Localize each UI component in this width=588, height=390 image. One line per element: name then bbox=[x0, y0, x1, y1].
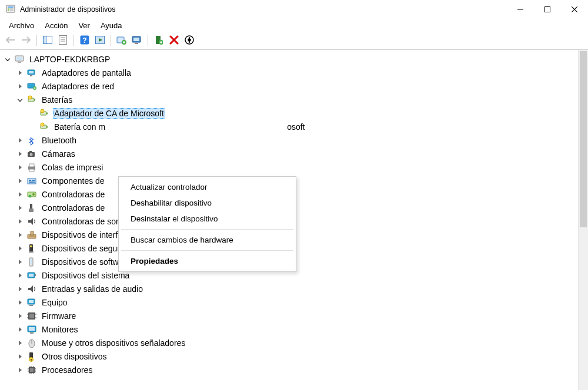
expand-toggle[interactable] bbox=[16, 204, 24, 212]
svg-rect-63 bbox=[30, 246, 32, 247]
expand-toggle[interactable] bbox=[16, 258, 24, 266]
tree-node[interactable]: Dispositivos del sistema bbox=[16, 268, 587, 282]
tree-node[interactable]: Componentes de bbox=[16, 174, 587, 187]
expand-toggle[interactable] bbox=[16, 217, 24, 226]
tree-node-label: Mouse y otros dispositivos señaladores bbox=[41, 338, 186, 348]
expand-toggle[interactable] bbox=[16, 177, 24, 185]
expand-toggle[interactable] bbox=[16, 150, 24, 158]
context-menu-item[interactable]: Deshabilitar dispositivo bbox=[120, 195, 295, 211]
expand-toggle[interactable] bbox=[16, 325, 24, 334]
tree-node-label-tail: osoft bbox=[286, 122, 306, 132]
tree-node-label: Monitores bbox=[41, 324, 79, 335]
show-hide-tree-button[interactable] bbox=[41, 33, 55, 48]
tree-node[interactable]: Procesadores bbox=[16, 363, 587, 376]
update-driver-icon bbox=[116, 35, 127, 46]
scan-hardware-button[interactable] bbox=[130, 33, 144, 48]
system-device-icon bbox=[26, 270, 37, 281]
expand-toggle[interactable] bbox=[16, 271, 24, 280]
menu-bar: Archivo Acción Ver Ayuda bbox=[0, 19, 588, 32]
expand-toggle[interactable] bbox=[16, 163, 24, 172]
chevron-right-icon bbox=[19, 219, 22, 224]
expand-toggle[interactable] bbox=[16, 136, 24, 144]
menu-archivo[interactable]: Archivo bbox=[4, 20, 39, 31]
svg-marker-25 bbox=[188, 38, 191, 42]
tree-node-label: Dispositivos del sistema bbox=[41, 270, 131, 281]
arrow-left-icon bbox=[5, 36, 16, 46]
tree-node[interactable]: Batería con mosoft bbox=[28, 120, 587, 133]
software-device-icon bbox=[26, 257, 37, 267]
expand-toggle[interactable] bbox=[16, 285, 24, 293]
minimize-button[interactable] bbox=[507, 0, 534, 19]
tree-node[interactable]: Controladoras de bbox=[16, 201, 587, 214]
help-button[interactable]: ? bbox=[78, 33, 92, 48]
chevron-right-icon bbox=[19, 314, 22, 318]
expand-toggle[interactable] bbox=[16, 366, 24, 374]
expand-toggle[interactable] bbox=[16, 352, 24, 361]
tree-node[interactable]: Entradas y salidas de audio bbox=[16, 282, 587, 295]
chevron-right-icon bbox=[19, 273, 22, 278]
tree-node[interactable]: Adaptador de CA de Microsoft bbox=[28, 106, 587, 120]
svg-rect-72 bbox=[29, 300, 34, 303]
svg-rect-66 bbox=[31, 259, 32, 264]
context-menu-item[interactable]: Propiedades bbox=[120, 253, 295, 269]
expand-toggle[interactable] bbox=[16, 312, 24, 320]
collapse-toggle[interactable] bbox=[16, 96, 24, 104]
tree-node[interactable]: Mouse y otros dispositivos señaladores bbox=[16, 336, 587, 349]
context-menu-separator bbox=[121, 250, 293, 251]
tree-node[interactable]: Dispositivos de interfaz de usuario (HID… bbox=[16, 228, 587, 241]
expand-toggle[interactable] bbox=[16, 339, 24, 347]
enable-device-button[interactable] bbox=[152, 33, 166, 48]
expand-toggle[interactable] bbox=[16, 244, 24, 253]
scrollbar-thumb[interactable] bbox=[580, 51, 587, 227]
menu-ver[interactable]: Ver bbox=[73, 20, 95, 31]
context-menu-separator bbox=[121, 229, 293, 230]
tree-node[interactable]: Dispositivos de software bbox=[16, 255, 587, 268]
action-button[interactable] bbox=[93, 33, 107, 48]
tree-node[interactable]: Baterías bbox=[16, 93, 587, 106]
tree-node[interactable]: Adaptadores de pantalla bbox=[16, 66, 587, 79]
expand-toggle[interactable] bbox=[16, 298, 24, 307]
tree-node[interactable]: Cámaras bbox=[16, 147, 587, 160]
back-button[interactable] bbox=[4, 33, 18, 48]
window-titlebar: Administrador de dispositivos bbox=[0, 0, 588, 19]
maximize-button[interactable] bbox=[534, 0, 561, 19]
tree-node[interactable]: LAPTOP-EKDKRBGP bbox=[4, 52, 587, 66]
disable-device-button[interactable] bbox=[182, 33, 196, 48]
tree-node-label: Equipo bbox=[41, 297, 69, 308]
tree-node[interactable]: Controladoras de sonido y vídeo y dispos… bbox=[16, 214, 587, 228]
tree-node-label: Procesadores bbox=[41, 365, 93, 375]
update-driver-button[interactable] bbox=[115, 33, 129, 48]
tree-node[interactable]: Controladoras de bbox=[16, 187, 587, 201]
collapse-toggle[interactable] bbox=[4, 55, 12, 63]
menu-ayuda[interactable]: Ayuda bbox=[95, 20, 128, 31]
forward-button[interactable] bbox=[19, 33, 33, 48]
context-menu-item[interactable]: Actualizar controlador bbox=[120, 179, 295, 195]
expand-toggle[interactable] bbox=[16, 231, 24, 239]
properties-button[interactable] bbox=[56, 33, 70, 48]
menu-accion[interactable]: Acción bbox=[39, 20, 73, 31]
tree-node[interactable]: Equipo bbox=[16, 295, 587, 309]
close-button[interactable] bbox=[561, 0, 588, 19]
tree-node[interactable]: Firmware bbox=[16, 309, 587, 322]
svg-rect-38 bbox=[46, 112, 48, 114]
tree-node[interactable]: Monitores bbox=[16, 322, 587, 336]
scrollbar-vertical[interactable] bbox=[578, 50, 588, 390]
tree-node[interactable]: ?Otros dispositivos bbox=[16, 349, 587, 363]
context-menu-item[interactable]: Desinstalar el dispositivo bbox=[120, 211, 295, 227]
svg-rect-64 bbox=[29, 251, 34, 253]
expand-toggle[interactable] bbox=[16, 69, 24, 77]
uninstall-device-button[interactable] bbox=[167, 33, 181, 48]
tree-node[interactable]: Bluetooth bbox=[16, 133, 587, 147]
tree-node[interactable]: Dispositivos de seguridad bbox=[16, 241, 587, 255]
context-menu-item[interactable]: Buscar cambios de hardware bbox=[120, 232, 295, 248]
expand-toggle[interactable] bbox=[16, 82, 24, 90]
tree-node[interactable]: Adaptadores de red bbox=[16, 79, 587, 93]
tree-node[interactable]: Colas de impresi bbox=[16, 160, 587, 174]
svg-point-42 bbox=[41, 123, 44, 126]
expand-toggle[interactable] bbox=[16, 190, 24, 199]
tree-pane-icon bbox=[43, 36, 52, 46]
tree-node-label: Adaptadores de pantalla bbox=[41, 68, 132, 78]
mouse-icon bbox=[26, 338, 37, 348]
chevron-right-icon bbox=[19, 327, 22, 332]
storage-controller-icon bbox=[26, 189, 37, 200]
